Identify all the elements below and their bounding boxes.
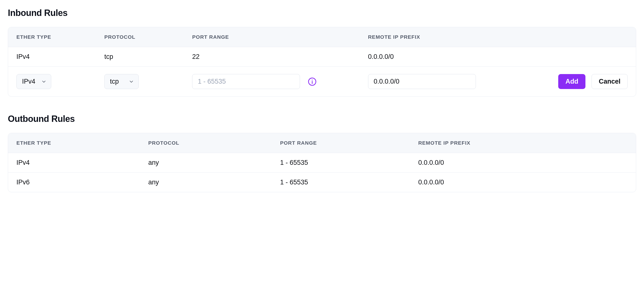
outbound-panel: ETHER TYPE PROTOCOL PORT RANGE REMOTE IP… xyxy=(8,133,636,192)
cell-protocol: any xyxy=(140,173,272,192)
cell-port-range: 22 xyxy=(184,47,360,67)
cell-remote-ip: 0.0.0.0/0 xyxy=(410,173,636,192)
cell-ether-type: IPv4 xyxy=(8,153,140,173)
chevron-down-icon xyxy=(129,79,134,84)
remote-ip-input[interactable] xyxy=(368,74,476,89)
outbound-table: ETHER TYPE PROTOCOL PORT RANGE REMOTE IP… xyxy=(8,133,636,192)
outbound-title: Outbound Rules xyxy=(8,114,636,124)
table-row: IPv6 any 1 - 65535 0.0.0.0/0 xyxy=(8,173,636,192)
ether-type-value: IPv4 xyxy=(22,78,35,85)
col-actions xyxy=(510,27,636,47)
protocol-value: tcp xyxy=(110,78,119,85)
chevron-down-icon xyxy=(41,79,46,84)
ether-type-select[interactable]: IPv4 xyxy=(16,74,51,89)
cancel-button[interactable]: Cancel xyxy=(592,74,628,89)
inbound-table: ETHER TYPE PROTOCOL PORT RANGE REMOTE IP… xyxy=(8,27,636,96)
col-remote-ip: REMOTE IP PREFIX xyxy=(360,27,510,47)
cell-remote-ip: 0.0.0.0/0 xyxy=(410,153,636,173)
svg-point-2 xyxy=(312,80,313,80)
col-remote-ip: REMOTE IP PREFIX xyxy=(410,133,636,153)
cell-protocol: tcp xyxy=(96,47,184,67)
port-range-input[interactable] xyxy=(192,74,300,89)
inbound-add-row: IPv4 tcp xyxy=(8,67,636,97)
inbound-title: Inbound Rules xyxy=(8,8,636,18)
table-row: IPv4 tcp 22 0.0.0.0/0 xyxy=(8,47,636,67)
cell-ether-type: IPv6 xyxy=(8,173,140,192)
col-ether-type: ETHER TYPE xyxy=(8,133,140,153)
cell-protocol: any xyxy=(140,153,272,173)
inbound-panel: ETHER TYPE PROTOCOL PORT RANGE REMOTE IP… xyxy=(8,27,636,97)
cell-ether-type: IPv4 xyxy=(8,47,96,67)
add-button[interactable]: Add xyxy=(558,74,585,89)
col-ether-type: ETHER TYPE xyxy=(8,27,96,47)
cell-remote-ip: 0.0.0.0/0 xyxy=(360,47,510,67)
col-protocol: PROTOCOL xyxy=(140,133,272,153)
cell-port-range: 1 - 65535 xyxy=(272,173,410,192)
cell-port-range: 1 - 65535 xyxy=(272,153,410,173)
col-protocol: PROTOCOL xyxy=(96,27,184,47)
protocol-select[interactable]: tcp xyxy=(104,74,139,89)
info-icon[interactable] xyxy=(308,77,316,86)
col-port-range: PORT RANGE xyxy=(184,27,360,47)
table-row: IPv4 any 1 - 65535 0.0.0.0/0 xyxy=(8,153,636,173)
col-port-range: PORT RANGE xyxy=(272,133,410,153)
